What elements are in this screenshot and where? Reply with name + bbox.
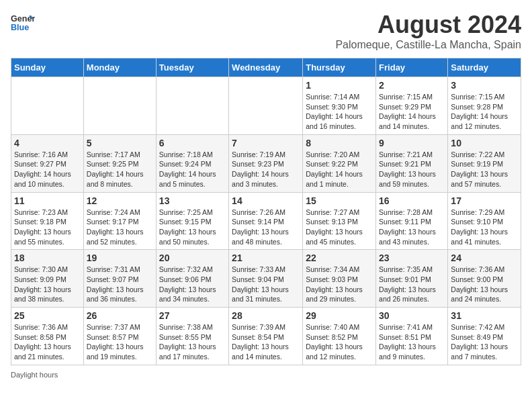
calendar-cell bbox=[156, 77, 228, 135]
calendar-cell: 10Sunrise: 7:22 AM Sunset: 9:19 PM Dayli… bbox=[448, 134, 521, 192]
day-info: Sunrise: 7:24 AM Sunset: 9:17 PM Dayligh… bbox=[87, 208, 153, 247]
day-number: 20 bbox=[159, 253, 226, 263]
calendar-cell: 19Sunrise: 7:31 AM Sunset: 9:07 PM Dayli… bbox=[83, 250, 156, 308]
day-info: Sunrise: 7:36 AM Sunset: 8:58 PM Dayligh… bbox=[14, 322, 81, 362]
calendar-cell: 25Sunrise: 7:36 AM Sunset: 8:58 PM Dayli… bbox=[11, 308, 84, 365]
day-info: Sunrise: 7:32 AM Sunset: 9:06 PM Dayligh… bbox=[159, 265, 226, 304]
day-number: 29 bbox=[306, 310, 373, 321]
calendar-cell bbox=[11, 77, 84, 135]
day-header-tuesday: Tuesday bbox=[156, 58, 228, 77]
calendar-cell: 4Sunrise: 7:16 AM Sunset: 9:27 PM Daylig… bbox=[11, 134, 84, 192]
day-number: 3 bbox=[451, 80, 518, 91]
page-header: General Blue August 2024 Palomeque, Cast… bbox=[11, 11, 521, 51]
day-info: Sunrise: 7:15 AM Sunset: 9:29 PM Dayligh… bbox=[379, 92, 445, 132]
footer: Daylight hours bbox=[11, 371, 521, 379]
day-info: Sunrise: 7:15 AM Sunset: 9:28 PM Dayligh… bbox=[451, 92, 518, 132]
day-number: 5 bbox=[87, 138, 153, 148]
calendar-cell: 14Sunrise: 7:26 AM Sunset: 9:14 PM Dayli… bbox=[229, 192, 303, 250]
calendar-cell bbox=[83, 77, 156, 135]
calendar-cell: 6Sunrise: 7:18 AM Sunset: 9:24 PM Daylig… bbox=[156, 134, 228, 192]
calendar-subtitle: Palomeque, Castille-La Mancha, Spain bbox=[335, 39, 521, 51]
calendar-cell: 30Sunrise: 7:41 AM Sunset: 8:51 PM Dayli… bbox=[376, 308, 448, 365]
daylight-label: Daylight hours bbox=[11, 371, 58, 379]
calendar-cell: 22Sunrise: 7:34 AM Sunset: 9:03 PM Dayli… bbox=[303, 250, 376, 308]
day-number: 30 bbox=[379, 310, 445, 321]
day-info: Sunrise: 7:33 AM Sunset: 9:04 PM Dayligh… bbox=[232, 265, 300, 304]
day-header-monday: Monday bbox=[83, 58, 156, 77]
day-number: 22 bbox=[306, 253, 373, 263]
day-info: Sunrise: 7:34 AM Sunset: 9:03 PM Dayligh… bbox=[306, 265, 373, 304]
day-info: Sunrise: 7:16 AM Sunset: 9:27 PM Dayligh… bbox=[14, 150, 81, 189]
day-header-friday: Friday bbox=[376, 58, 448, 77]
day-number: 2 bbox=[379, 80, 445, 91]
day-info: Sunrise: 7:39 AM Sunset: 8:54 PM Dayligh… bbox=[232, 322, 300, 362]
day-number: 27 bbox=[159, 310, 226, 321]
calendar-cell: 8Sunrise: 7:20 AM Sunset: 9:22 PM Daylig… bbox=[303, 134, 376, 192]
day-number: 24 bbox=[451, 253, 518, 263]
calendar-cell: 24Sunrise: 7:36 AM Sunset: 9:00 PM Dayli… bbox=[448, 250, 521, 308]
day-info: Sunrise: 7:21 AM Sunset: 9:21 PM Dayligh… bbox=[379, 150, 445, 189]
calendar-cell: 27Sunrise: 7:38 AM Sunset: 8:55 PM Dayli… bbox=[156, 308, 228, 365]
day-number: 13 bbox=[159, 195, 226, 206]
day-info: Sunrise: 7:37 AM Sunset: 8:57 PM Dayligh… bbox=[87, 322, 153, 362]
day-number: 10 bbox=[451, 138, 518, 148]
calendar-cell: 17Sunrise: 7:29 AM Sunset: 9:10 PM Dayli… bbox=[448, 192, 521, 250]
day-header-saturday: Saturday bbox=[448, 58, 521, 77]
logo: General Blue bbox=[11, 11, 35, 35]
svg-text:Blue: Blue bbox=[11, 23, 29, 32]
title-block: August 2024 Palomeque, Castille-La Manch… bbox=[335, 11, 521, 51]
day-number: 23 bbox=[379, 253, 445, 263]
day-number: 1 bbox=[306, 80, 373, 91]
day-info: Sunrise: 7:29 AM Sunset: 9:10 PM Dayligh… bbox=[451, 208, 518, 247]
day-number: 7 bbox=[232, 138, 300, 148]
calendar-cell: 9Sunrise: 7:21 AM Sunset: 9:21 PM Daylig… bbox=[376, 134, 448, 192]
calendar-cell: 2Sunrise: 7:15 AM Sunset: 9:29 PM Daylig… bbox=[376, 77, 448, 135]
calendar-cell: 15Sunrise: 7:27 AM Sunset: 9:13 PM Dayli… bbox=[303, 192, 376, 250]
calendar-cell: 29Sunrise: 7:40 AM Sunset: 8:52 PM Dayli… bbox=[303, 308, 376, 365]
day-number: 21 bbox=[232, 253, 300, 263]
day-number: 8 bbox=[306, 138, 373, 148]
calendar-cell: 1Sunrise: 7:14 AM Sunset: 9:30 PM Daylig… bbox=[303, 77, 376, 135]
day-info: Sunrise: 7:19 AM Sunset: 9:23 PM Dayligh… bbox=[232, 150, 300, 189]
day-number: 11 bbox=[14, 195, 81, 206]
calendar-cell: 28Sunrise: 7:39 AM Sunset: 8:54 PM Dayli… bbox=[229, 308, 303, 365]
day-info: Sunrise: 7:36 AM Sunset: 9:00 PM Dayligh… bbox=[451, 265, 518, 304]
day-info: Sunrise: 7:41 AM Sunset: 8:51 PM Dayligh… bbox=[379, 322, 445, 362]
day-number: 26 bbox=[87, 310, 153, 321]
day-info: Sunrise: 7:40 AM Sunset: 8:52 PM Dayligh… bbox=[306, 322, 373, 362]
calendar-cell: 7Sunrise: 7:19 AM Sunset: 9:23 PM Daylig… bbox=[229, 134, 303, 192]
calendar-cell bbox=[229, 77, 303, 135]
day-info: Sunrise: 7:31 AM Sunset: 9:07 PM Dayligh… bbox=[87, 265, 153, 304]
day-number: 16 bbox=[379, 195, 445, 206]
day-header-wednesday: Wednesday bbox=[229, 58, 303, 77]
day-number: 28 bbox=[232, 310, 300, 321]
calendar-cell: 16Sunrise: 7:28 AM Sunset: 9:11 PM Dayli… bbox=[376, 192, 448, 250]
calendar-cell: 20Sunrise: 7:32 AM Sunset: 9:06 PM Dayli… bbox=[156, 250, 228, 308]
day-info: Sunrise: 7:22 AM Sunset: 9:19 PM Dayligh… bbox=[451, 150, 518, 189]
day-number: 19 bbox=[87, 253, 153, 263]
day-info: Sunrise: 7:28 AM Sunset: 9:11 PM Dayligh… bbox=[379, 208, 445, 247]
day-number: 15 bbox=[306, 195, 373, 206]
day-info: Sunrise: 7:25 AM Sunset: 9:15 PM Dayligh… bbox=[159, 208, 226, 247]
day-number: 14 bbox=[232, 195, 300, 206]
calendar-cell: 31Sunrise: 7:42 AM Sunset: 8:49 PM Dayli… bbox=[448, 308, 521, 365]
logo-icon: General Blue bbox=[11, 11, 35, 35]
calendar-cell: 18Sunrise: 7:30 AM Sunset: 9:09 PM Dayli… bbox=[11, 250, 84, 308]
calendar-cell: 26Sunrise: 7:37 AM Sunset: 8:57 PM Dayli… bbox=[83, 308, 156, 365]
calendar-cell: 13Sunrise: 7:25 AM Sunset: 9:15 PM Dayli… bbox=[156, 192, 228, 250]
day-info: Sunrise: 7:20 AM Sunset: 9:22 PM Dayligh… bbox=[306, 150, 373, 189]
calendar-table: SundayMondayTuesdayWednesdayThursdayFrid… bbox=[11, 58, 521, 365]
calendar-cell: 12Sunrise: 7:24 AM Sunset: 9:17 PM Dayli… bbox=[83, 192, 156, 250]
day-info: Sunrise: 7:30 AM Sunset: 9:09 PM Dayligh… bbox=[14, 265, 81, 304]
calendar-cell: 21Sunrise: 7:33 AM Sunset: 9:04 PM Dayli… bbox=[229, 250, 303, 308]
calendar-cell: 23Sunrise: 7:35 AM Sunset: 9:01 PM Dayli… bbox=[376, 250, 448, 308]
day-info: Sunrise: 7:38 AM Sunset: 8:55 PM Dayligh… bbox=[159, 322, 226, 362]
calendar-cell: 3Sunrise: 7:15 AM Sunset: 9:28 PM Daylig… bbox=[448, 77, 521, 135]
day-info: Sunrise: 7:14 AM Sunset: 9:30 PM Dayligh… bbox=[306, 92, 373, 132]
day-info: Sunrise: 7:23 AM Sunset: 9:18 PM Dayligh… bbox=[14, 208, 81, 247]
day-number: 31 bbox=[451, 310, 518, 321]
day-number: 17 bbox=[451, 195, 518, 206]
day-header-sunday: Sunday bbox=[11, 58, 84, 77]
day-info: Sunrise: 7:18 AM Sunset: 9:24 PM Dayligh… bbox=[159, 150, 226, 189]
calendar-cell: 5Sunrise: 7:17 AM Sunset: 9:25 PM Daylig… bbox=[83, 134, 156, 192]
